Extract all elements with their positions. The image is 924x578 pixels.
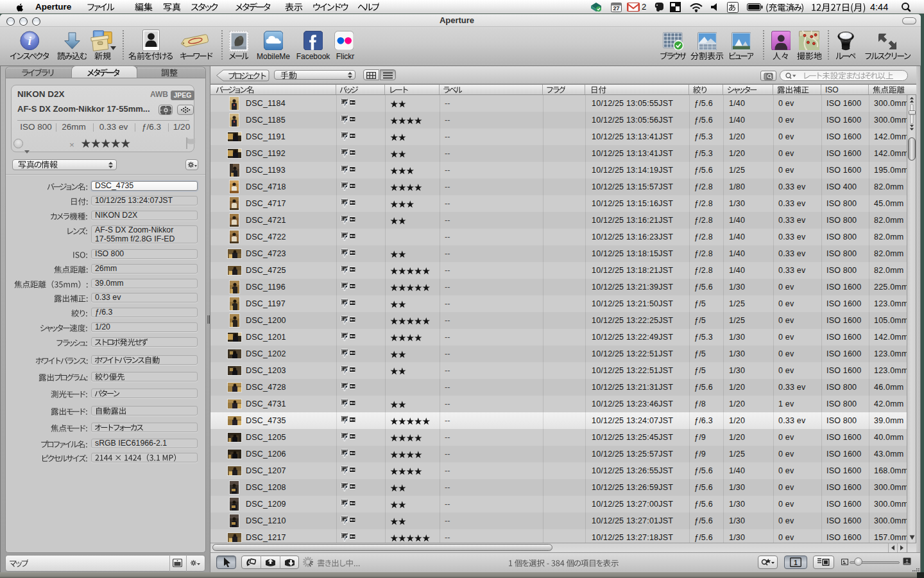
svg-text:27: 27 <box>613 5 619 12</box>
svg-text:i: i <box>28 33 31 48</box>
svg-text:1: 1 <box>794 559 798 566</box>
